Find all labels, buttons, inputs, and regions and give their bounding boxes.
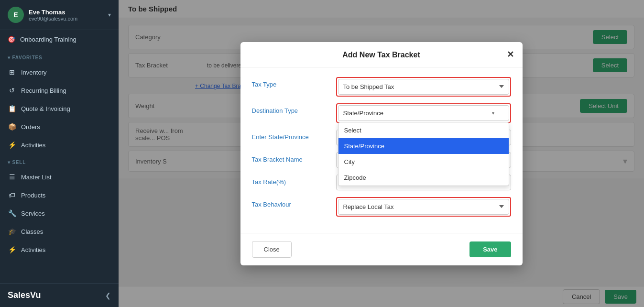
sidebar-item-label: Quote & Invoicing (21, 105, 70, 112)
destination-option-zipcode[interactable]: Zipcode (338, 170, 509, 186)
modal-save-button[interactable]: Save (469, 241, 511, 257)
sidebar-item-label: Orders (21, 123, 40, 131)
tax-type-row: Tax Type To be Shipped Tax Local Tax Sta… (252, 77, 511, 97)
sidebar-item-products[interactable]: 🏷 Products (0, 186, 119, 204)
sidebar-footer: SalesVu ❮ (0, 283, 119, 307)
tax-behaviour-select[interactable]: Replace Local Tax Add to Local Tax (338, 199, 509, 215)
sidebar-item-orders[interactable]: 📦 Orders (0, 118, 119, 136)
user-name: Eve Thomas (29, 9, 103, 16)
sidebar-item-activities-sell[interactable]: ⚡ Activities (0, 241, 119, 259)
destination-type-row: Destination Type State/Province ▾ Select… (252, 103, 511, 123)
inventory-icon: ⊞ (8, 68, 16, 77)
quote-invoicing-icon: 📋 (8, 104, 16, 113)
orders-icon: 📦 (8, 122, 16, 131)
destination-option-city[interactable]: City (338, 154, 509, 170)
tax-type-label: Tax Type (252, 77, 328, 88)
destination-type-options-list: Select State/Province City Zipcode (338, 122, 509, 186)
sidebar-item-label: Master List (21, 174, 52, 181)
sidebar-item-activities-fav[interactable]: ⚡ Activities (0, 136, 119, 154)
sidebar: E Eve Thomas eve90@salesvu.com ▾ 🎯 Onboa… (0, 0, 119, 307)
main-content: To be Shipped Category Select Tax Bracke… (119, 0, 644, 307)
tax-behaviour-control-wrap: Replace Local Tax Add to Local Tax (336, 197, 511, 217)
logo: SalesVu (8, 290, 41, 300)
services-icon: 🔧 (8, 209, 16, 218)
modal-footer: Close Save (240, 233, 523, 265)
sidebar-item-onboarding[interactable]: 🎯 Onboarding Training (0, 30, 119, 49)
destination-option-state-province[interactable]: State/Province (338, 138, 509, 154)
modal-close-btn[interactable]: Close (252, 241, 292, 258)
destination-type-value: State/Province (343, 110, 384, 117)
user-info: Eve Thomas eve90@salesvu.com (29, 9, 103, 22)
user-profile[interactable]: E Eve Thomas eve90@salesvu.com ▾ (0, 0, 119, 30)
classes-icon: 🎓 (8, 227, 16, 236)
sidebar-item-label: Products (21, 192, 45, 199)
activities-fav-icon: ⚡ (8, 141, 16, 149)
tax-rate-label: Tax Rate(%) (252, 175, 328, 186)
sidebar-item-label: Inventory (21, 69, 46, 76)
sidebar-item-classes[interactable]: 🎓 Classes (0, 222, 119, 241)
sidebar-item-label: Activities (21, 142, 45, 149)
tax-behaviour-label: Tax Behaviour (252, 197, 328, 208)
tax-behaviour-row: Tax Behaviour Replace Local Tax Add to L… (252, 197, 511, 217)
destination-type-label: Destination Type (252, 103, 328, 114)
destination-type-chevron-icon: ▾ (492, 110, 494, 116)
modal-title: Add New Tax Bracket (342, 51, 420, 59)
sidebar-item-quote-invoicing[interactable]: 📋 Quote & Invoicing (0, 99, 119, 118)
destination-type-dropdown: State/Province ▾ Select State/Province C… (338, 105, 509, 121)
sidebar-item-master-list[interactable]: ☰ Master List (0, 168, 119, 186)
destination-option-select[interactable]: Select (338, 122, 509, 138)
modal-header: Add New Tax Bracket ✕ (240, 42, 523, 67)
enter-state-label: Enter State/Province (252, 130, 328, 141)
sidebar-item-services[interactable]: 🔧 Services (0, 204, 119, 222)
master-list-icon: ☰ (8, 173, 16, 181)
sidebar-item-label: Services (21, 210, 45, 217)
sidebar-item-inventory[interactable]: ⊞ Inventory (0, 63, 119, 81)
modal-overlay: Add New Tax Bracket ✕ Tax Type To be Shi… (119, 0, 644, 307)
destination-type-trigger[interactable]: State/Province ▾ (338, 105, 509, 121)
add-tax-bracket-modal: Add New Tax Bracket ✕ Tax Type To be Shi… (240, 42, 523, 265)
section-label-favorites: ▾ FAVORITES (0, 49, 119, 63)
tax-type-control-wrap: To be Shipped Tax Local Tax State Tax (336, 77, 511, 97)
sidebar-item-label: Activities (21, 246, 45, 253)
onboarding-icon: 🎯 (8, 36, 15, 43)
recurring-billing-icon: ↺ (8, 86, 16, 95)
activities-sell-icon: ⚡ (8, 245, 16, 254)
tax-bracket-name-label: Tax Bracket Name (252, 152, 328, 163)
onboarding-label: Onboarding Training (20, 36, 76, 43)
avatar: E (8, 7, 24, 23)
sidebar-item-label: Classes (21, 228, 43, 235)
tax-type-select[interactable]: To be Shipped Tax Local Tax State Tax (338, 79, 509, 95)
destination-type-control-wrap: State/Province ▾ Select State/Province C… (336, 103, 511, 123)
sidebar-item-label: Recurring Billing (21, 87, 66, 94)
modal-close-button[interactable]: ✕ (507, 49, 514, 60)
modal-body: Tax Type To be Shipped Tax Local Tax Sta… (240, 67, 523, 233)
sidebar-item-recurring-billing[interactable]: ↺ Recurring Billing (0, 81, 119, 99)
section-label-sell: ▾ SELL (0, 154, 119, 168)
products-icon: 🏷 (8, 191, 16, 199)
user-email: eve90@salesvu.com (29, 16, 103, 22)
sidebar-collapse-button[interactable]: ❮ (105, 292, 111, 299)
chevron-down-icon: ▾ (108, 11, 111, 18)
